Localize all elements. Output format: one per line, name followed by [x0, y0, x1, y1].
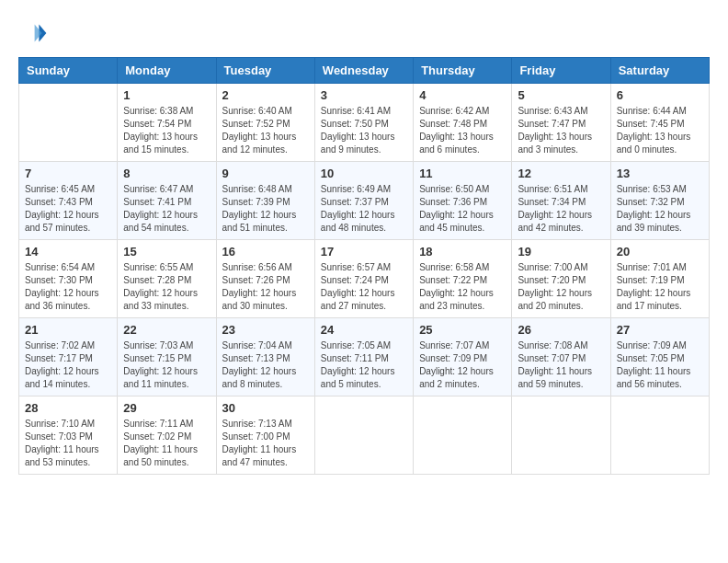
- day-info: Sunrise: 7:08 AM Sunset: 7:07 PM Dayligh…: [518, 339, 604, 391]
- calendar-header-row: SundayMondayTuesdayWednesdayThursdayFrid…: [19, 58, 710, 84]
- day-info: Sunrise: 7:13 AM Sunset: 7:00 PM Dayligh…: [222, 418, 309, 469]
- day-number: 2: [222, 88, 309, 102]
- logo-icon: [18, 18, 48, 48]
- calendar-cell: [610, 396, 709, 475]
- calendar-week-5: 28Sunrise: 7:10 AM Sunset: 7:03 PM Dayli…: [19, 396, 710, 475]
- day-number: 9: [222, 167, 309, 180]
- day-info: Sunrise: 7:05 AM Sunset: 7:11 PM Dayligh…: [321, 339, 407, 391]
- logo: [18, 18, 51, 48]
- calendar-cell: 20Sunrise: 7:01 AM Sunset: 7:19 PM Dayli…: [610, 240, 709, 318]
- calendar-cell: 13Sunrise: 6:53 AM Sunset: 7:32 PM Dayli…: [610, 162, 709, 240]
- day-header-monday: Monday: [118, 58, 216, 84]
- calendar-cell: 8Sunrise: 6:47 AM Sunset: 7:41 PM Daylig…: [118, 162, 216, 240]
- day-number: 19: [518, 245, 604, 259]
- day-info: Sunrise: 7:04 AM Sunset: 7:13 PM Dayligh…: [222, 339, 309, 391]
- calendar-cell: 11Sunrise: 6:50 AM Sunset: 7:36 PM Dayli…: [414, 162, 512, 240]
- day-info: Sunrise: 6:56 AM Sunset: 7:26 PM Dayligh…: [222, 261, 309, 313]
- day-number: 17: [321, 245, 407, 259]
- day-number: 3: [321, 88, 407, 102]
- calendar-cell: 4Sunrise: 6:42 AM Sunset: 7:48 PM Daylig…: [414, 84, 512, 162]
- day-info: Sunrise: 6:55 AM Sunset: 7:28 PM Dayligh…: [123, 261, 210, 313]
- calendar-cell: 22Sunrise: 7:03 AM Sunset: 7:15 PM Dayli…: [118, 318, 216, 396]
- day-number: 13: [617, 167, 703, 180]
- calendar-cell: 1Sunrise: 6:38 AM Sunset: 7:54 PM Daylig…: [118, 84, 216, 162]
- day-number: 27: [617, 323, 703, 337]
- calendar-cell: 23Sunrise: 7:04 AM Sunset: 7:13 PM Dayli…: [216, 318, 314, 396]
- calendar-cell: [19, 84, 118, 162]
- day-number: 26: [518, 323, 604, 337]
- calendar-cell: 12Sunrise: 6:51 AM Sunset: 7:34 PM Dayli…: [512, 162, 610, 240]
- day-info: Sunrise: 6:57 AM Sunset: 7:24 PM Dayligh…: [321, 261, 407, 313]
- calendar-cell: 25Sunrise: 7:07 AM Sunset: 7:09 PM Dayli…: [414, 318, 512, 396]
- calendar-table: SundayMondayTuesdayWednesdayThursdayFrid…: [18, 57, 710, 475]
- day-number: 12: [518, 167, 604, 180]
- calendar-week-3: 14Sunrise: 6:54 AM Sunset: 7:30 PM Dayli…: [19, 240, 710, 318]
- day-info: Sunrise: 7:01 AM Sunset: 7:19 PM Dayligh…: [617, 261, 703, 313]
- day-header-wednesday: Wednesday: [314, 58, 413, 84]
- day-info: Sunrise: 6:38 AM Sunset: 7:54 PM Dayligh…: [123, 105, 210, 156]
- calendar-cell: 16Sunrise: 6:56 AM Sunset: 7:26 PM Dayli…: [216, 240, 314, 318]
- calendar-cell: 15Sunrise: 6:55 AM Sunset: 7:28 PM Dayli…: [118, 240, 216, 318]
- day-info: Sunrise: 7:02 AM Sunset: 7:17 PM Dayligh…: [25, 339, 111, 391]
- day-info: Sunrise: 6:58 AM Sunset: 7:22 PM Dayligh…: [419, 261, 506, 313]
- day-info: Sunrise: 7:03 AM Sunset: 7:15 PM Dayligh…: [123, 339, 210, 391]
- day-info: Sunrise: 6:41 AM Sunset: 7:50 PM Dayligh…: [321, 105, 407, 156]
- calendar-cell: 24Sunrise: 7:05 AM Sunset: 7:11 PM Dayli…: [314, 318, 413, 396]
- day-number: 4: [419, 88, 506, 102]
- day-number: 25: [419, 323, 506, 337]
- calendar-cell: [512, 396, 610, 475]
- calendar-cell: 30Sunrise: 7:13 AM Sunset: 7:00 PM Dayli…: [216, 396, 314, 475]
- day-info: Sunrise: 7:07 AM Sunset: 7:09 PM Dayligh…: [419, 339, 506, 391]
- day-number: 5: [518, 88, 604, 102]
- day-header-friday: Friday: [512, 58, 610, 84]
- day-number: 29: [123, 401, 210, 415]
- day-header-thursday: Thursday: [414, 58, 512, 84]
- calendar-cell: 21Sunrise: 7:02 AM Sunset: 7:17 PM Dayli…: [19, 318, 118, 396]
- calendar-cell: 3Sunrise: 6:41 AM Sunset: 7:50 PM Daylig…: [314, 84, 413, 162]
- day-info: Sunrise: 6:47 AM Sunset: 7:41 PM Dayligh…: [123, 183, 210, 235]
- day-header-tuesday: Tuesday: [216, 58, 314, 84]
- calendar-cell: 6Sunrise: 6:44 AM Sunset: 7:45 PM Daylig…: [610, 84, 709, 162]
- day-header-sunday: Sunday: [19, 58, 118, 84]
- day-number: 8: [123, 167, 210, 180]
- calendar-cell: [414, 396, 512, 475]
- day-number: 14: [25, 245, 111, 259]
- day-header-saturday: Saturday: [610, 58, 709, 84]
- day-number: 11: [419, 167, 506, 180]
- calendar-cell: 5Sunrise: 6:43 AM Sunset: 7:47 PM Daylig…: [512, 84, 610, 162]
- day-info: Sunrise: 6:54 AM Sunset: 7:30 PM Dayligh…: [25, 261, 111, 313]
- calendar-cell: 28Sunrise: 7:10 AM Sunset: 7:03 PM Dayli…: [19, 396, 118, 475]
- day-number: 22: [123, 323, 210, 337]
- calendar-cell: 10Sunrise: 6:49 AM Sunset: 7:37 PM Dayli…: [314, 162, 413, 240]
- day-info: Sunrise: 6:40 AM Sunset: 7:52 PM Dayligh…: [222, 105, 309, 156]
- day-number: 16: [222, 245, 309, 259]
- day-number: 15: [123, 245, 210, 259]
- day-info: Sunrise: 6:48 AM Sunset: 7:39 PM Dayligh…: [222, 183, 309, 235]
- day-number: 6: [617, 88, 703, 102]
- day-info: Sunrise: 6:43 AM Sunset: 7:47 PM Dayligh…: [518, 105, 604, 156]
- day-number: 10: [321, 167, 407, 180]
- day-info: Sunrise: 6:50 AM Sunset: 7:36 PM Dayligh…: [419, 183, 506, 235]
- calendar-cell: 27Sunrise: 7:09 AM Sunset: 7:05 PM Dayli…: [610, 318, 709, 396]
- calendar-cell: 14Sunrise: 6:54 AM Sunset: 7:30 PM Dayli…: [19, 240, 118, 318]
- day-number: 28: [25, 401, 111, 415]
- day-info: Sunrise: 7:00 AM Sunset: 7:20 PM Dayligh…: [518, 261, 604, 313]
- calendar-cell: 19Sunrise: 7:00 AM Sunset: 7:20 PM Dayli…: [512, 240, 610, 318]
- day-info: Sunrise: 6:44 AM Sunset: 7:45 PM Dayligh…: [617, 105, 703, 156]
- calendar-cell: 29Sunrise: 7:11 AM Sunset: 7:02 PM Dayli…: [118, 396, 216, 475]
- calendar-cell: 18Sunrise: 6:58 AM Sunset: 7:22 PM Dayli…: [414, 240, 512, 318]
- calendar-cell: 2Sunrise: 6:40 AM Sunset: 7:52 PM Daylig…: [216, 84, 314, 162]
- day-info: Sunrise: 6:49 AM Sunset: 7:37 PM Dayligh…: [321, 183, 407, 235]
- day-info: Sunrise: 6:51 AM Sunset: 7:34 PM Dayligh…: [518, 183, 604, 235]
- day-number: 24: [321, 323, 407, 337]
- day-number: 18: [419, 245, 506, 259]
- page-header: [18, 18, 710, 48]
- calendar-cell: 26Sunrise: 7:08 AM Sunset: 7:07 PM Dayli…: [512, 318, 610, 396]
- calendar-week-1: 1Sunrise: 6:38 AM Sunset: 7:54 PM Daylig…: [19, 84, 710, 162]
- day-number: 23: [222, 323, 309, 337]
- calendar-week-4: 21Sunrise: 7:02 AM Sunset: 7:17 PM Dayli…: [19, 318, 710, 396]
- day-info: Sunrise: 6:53 AM Sunset: 7:32 PM Dayligh…: [617, 183, 703, 235]
- day-info: Sunrise: 7:11 AM Sunset: 7:02 PM Dayligh…: [123, 418, 210, 469]
- calendar-cell: [314, 396, 413, 475]
- day-number: 21: [25, 323, 111, 337]
